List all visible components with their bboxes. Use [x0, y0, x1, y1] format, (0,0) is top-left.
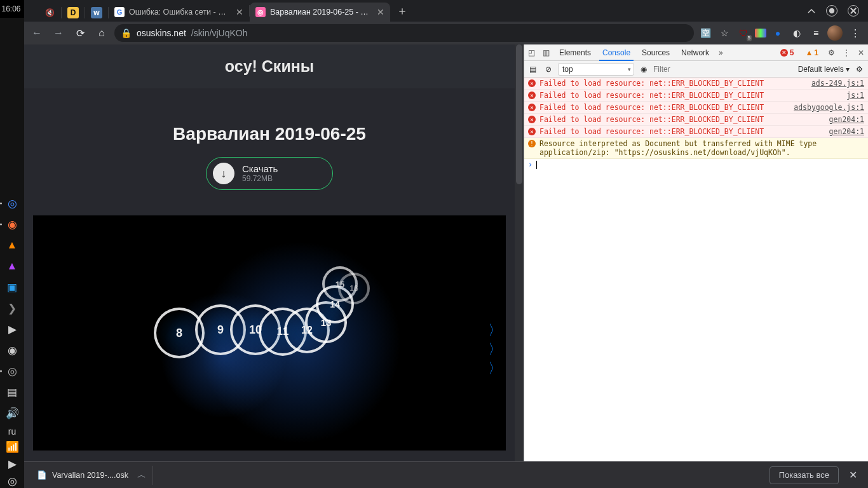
reading-list-icon[interactable]: ≡ [808, 25, 824, 41]
download-menu-icon[interactable]: ︿ [137, 470, 146, 481]
console-message-source[interactable]: adsbygoogle.js:1 [794, 103, 864, 112]
devtools-menu-icon[interactable]: ⋮ [839, 44, 854, 60]
pinned-tab-speaker[interactable]: 🔇 [38, 4, 61, 22]
dock-language[interactable]: ru [3, 426, 22, 437]
tab-title: Ошибка: Ошибка сети - Goo [129, 8, 231, 17]
devtools-error-count[interactable]: ✕5 [775, 44, 800, 60]
pinned-tab-d-site[interactable]: D [62, 4, 85, 22]
browser-toolbar: ← → ⟳ ⌂ 🔒 osuskins.net/skin/vjUqKOh 🈳 ☆ … [24, 22, 868, 44]
dock-app-sound[interactable]: 🔊 [3, 403, 22, 423]
dock-app-play[interactable]: ▶ [3, 320, 22, 339]
console-message-text: Failed to load resource: net::ERR_BLOCKE… [539, 103, 790, 112]
dock-app-firefox[interactable]: ◉ [3, 215, 22, 234]
ext-circle-icon[interactable]: ◐ [789, 25, 804, 41]
skin-preview-image: 8 9 10 11 12 13 14 15 16 〉 〉 〉 [33, 215, 506, 451]
forward-button: → [50, 24, 67, 42]
device-toggle-icon[interactable]: ▥ [539, 44, 553, 60]
home-button[interactable]: ⌂ [93, 24, 111, 42]
carousel-next-icon[interactable]: 〉 [488, 362, 502, 376]
profile-avatar[interactable] [827, 25, 843, 41]
download-button[interactable]: ↓ Скачать 59.72MB [206, 157, 333, 190]
console-message: ✕Failed to load resource: net::ERR_BLOCK… [524, 126, 868, 138]
carousel-next-icon[interactable]: 〉 [488, 323, 502, 337]
console-message: ✕Failed to load resource: net::ERR_BLOCK… [524, 102, 868, 114]
back-button[interactable]: ← [28, 24, 46, 42]
ext-blue-icon[interactable]: ● [770, 25, 785, 41]
browser-tab[interactable]: GОшибка: Ошибка сети - Goo✕ [109, 3, 249, 22]
inspect-icon[interactable]: ◰ [524, 44, 539, 60]
console-message-source[interactable]: gen204:1 [829, 115, 864, 124]
dock-expand-icon[interactable]: ▶ [3, 458, 22, 471]
dock-app-clipboard[interactable]: ▤ [3, 383, 22, 402]
console-prompt[interactable]: › [524, 159, 868, 170]
console-message-text: Resource interpreted as Document but tra… [539, 139, 864, 157]
console-levels-select[interactable]: Default levels ▾ [798, 65, 850, 74]
browser-tab[interactable]: ◎Варвалиан 2019-06-25 - осу!✕ [250, 3, 390, 22]
tab-title: Варвалиан 2019-06-25 - осу! [270, 8, 372, 17]
devtools-tab-sources[interactable]: Sources [636, 44, 675, 60]
window-close-icon[interactable] [848, 5, 859, 17]
console-message-text: Failed to load resource: net::ERR_BLOCKE… [539, 115, 825, 124]
error-icon: ✕ [528, 92, 536, 99]
devtools-panel: ◰ ▥ ElementsConsoleSourcesNetwork » ✕5 ▲… [524, 44, 868, 488]
error-icon: ✕ [528, 116, 536, 123]
window-controls [801, 0, 868, 22]
warning-icon: ! [528, 140, 536, 147]
dock-wifi-icon[interactable]: 📶 [3, 440, 22, 454]
site-header: осу! Скины [24, 44, 515, 88]
dock-app-flame[interactable]: ▲ [3, 257, 22, 276]
chrome-menu-icon[interactable]: ⋮ [846, 24, 864, 42]
new-tab-button[interactable]: ＋ [394, 3, 410, 19]
reload-button[interactable]: ⟳ [71, 24, 89, 42]
close-download-shelf-button[interactable]: ✕ [844, 466, 862, 484]
skin-title: Варвалиан 2019-06-25 [24, 124, 515, 144]
devtools-tab-network[interactable]: Network [675, 44, 715, 60]
tab-close-icon[interactable]: ✕ [376, 8, 385, 17]
console-log[interactable]: ✕Failed to load resource: net::ERR_BLOCK… [524, 78, 868, 488]
dock: ◎◉▲▲▣❯▶◉◎▤🔊 ru 📶 ▶ ◎ [0, 18, 24, 488]
window-maximize-icon[interactable] [826, 5, 837, 17]
console-message-source[interactable]: ads-249.js:1 [811, 79, 864, 88]
devtools-tab-elements[interactable]: Elements [553, 44, 597, 60]
console-message-source[interactable]: js:1 [846, 91, 864, 100]
pinned-tab-vk[interactable]: w [85, 4, 108, 22]
download-icon: ↓ [213, 163, 234, 184]
window-minimize-icon[interactable] [807, 5, 816, 17]
download-item[interactable]: 📄 Varvalian 2019-....osk ︿ [31, 466, 153, 485]
devtools-tab-console[interactable]: Console [597, 44, 636, 60]
dock-app-steam[interactable]: ◎ [3, 362, 22, 381]
bookmark-star-icon[interactable]: ☆ [717, 25, 732, 41]
devtools-more-tabs-icon[interactable]: » [715, 44, 727, 60]
ext-rainbow-icon[interactable] [755, 29, 766, 37]
console-settings-icon[interactable]: ⚙ [853, 65, 865, 74]
chrome-window: 🔇Dw GОшибка: Ошибка сети - Goo✕◎Варвалиа… [24, 0, 868, 488]
show-all-downloads-button[interactable]: Показать все [770, 466, 839, 484]
ublock-icon[interactable]: 🛡5 [736, 25, 751, 41]
download-shelf: 📄 Varvalian 2019-....osk ︿ Показать все … [24, 461, 868, 488]
system-clock: 16:06 [0, 0, 22, 18]
dock-app-obs[interactable]: ◉ [3, 341, 22, 360]
devtools-close-icon[interactable]: ✕ [854, 44, 868, 60]
translate-icon[interactable]: 🈳 [698, 25, 713, 41]
console-filter-input[interactable] [653, 63, 794, 76]
dock-app-files[interactable]: ▣ [3, 278, 22, 297]
devtools-warn-count[interactable]: ▲1 [799, 44, 824, 60]
download-filename: Varvalian 2019-....osk [52, 471, 128, 480]
lock-icon: 🔒 [121, 28, 132, 38]
dock-app-chrome[interactable]: ◎ [3, 194, 22, 213]
console-toolbar: ▤ ⊘ top ◉ Default levels ▾ ⚙ [524, 61, 868, 78]
carousel-next-icon[interactable]: 〉 [488, 342, 502, 356]
page-scrollbar[interactable] [515, 44, 524, 488]
dock-settings-icon[interactable]: ◎ [3, 475, 22, 488]
devtools-settings-icon[interactable]: ⚙ [824, 44, 839, 60]
console-live-expr-icon[interactable]: ◉ [638, 65, 649, 74]
tab-close-icon[interactable]: ✕ [235, 8, 244, 17]
console-sidebar-toggle-icon[interactable]: ▤ [527, 65, 539, 74]
dock-app-vlc[interactable]: ▲ [3, 236, 22, 255]
dock-app-terminal[interactable]: ❯ [3, 299, 22, 318]
console-context-select[interactable]: top [558, 63, 634, 76]
error-icon: ✕ [528, 79, 536, 87]
address-bar[interactable]: 🔒 osuskins.net/skin/vjUqKOh [114, 24, 694, 42]
console-clear-icon[interactable]: ⊘ [543, 65, 554, 74]
console-message-source[interactable]: gen204:1 [829, 127, 864, 136]
